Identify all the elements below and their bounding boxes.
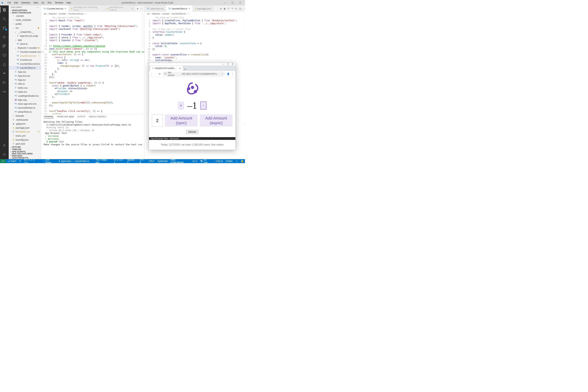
- file-counter-test-tsx[interactable]: TSCounter.test.tsx1: [9, 54, 41, 58]
- panel-tab-problems[interactable]: PROBLEMS111: [57, 116, 74, 118]
- activity-docker[interactable]: [0, 70, 9, 76]
- close-button[interactable]: ✕: [237, 2, 243, 4]
- activity-liveshare[interactable]: [0, 80, 9, 86]
- browser-forward-icon[interactable]: →: [155, 73, 157, 75]
- file-counter-module-css[interactable]: #Counter.module.css: [9, 50, 41, 54]
- add-sync-button[interactable]: Add Amount (sync): [165, 114, 198, 126]
- file-loadingindicator-tsx[interactable]: TSLoadingIndicator.tsx: [9, 94, 41, 98]
- file-tsconfig-json[interactable]: {}tsconfig.json: [9, 138, 41, 142]
- browser-minimize[interactable]: —: [222, 63, 224, 66]
- menu-selection[interactable]: Selection: [20, 1, 31, 5]
- status-spaces[interactable]: Spaces: 2: [126, 158, 138, 163]
- panel-tab-terminal[interactable]: TERMINAL: [44, 116, 54, 118]
- menu-view[interactable]: View: [32, 1, 39, 5]
- panel-tab-debug[interactable]: DEBUG CONSOLE: [89, 116, 106, 118]
- editor-tab[interactable]: TSunter.test.tsx: [144, 6, 166, 12]
- activity-explorer[interactable]: [0, 7, 9, 13]
- status-eol[interactable]: CRLF: [147, 160, 156, 162]
- status-golive[interactable]: 📡 Go Live: [199, 158, 213, 163]
- activity-search[interactable]: [0, 16, 9, 22]
- file-package-json[interactable]: {}package.json: [9, 126, 41, 130]
- file--gitignore[interactable]: ◈.gitignore: [9, 122, 41, 126]
- breadcrumb-segment[interactable]: counterSlice.ts: [172, 12, 186, 15]
- language-button[interactable]: German: [186, 130, 198, 134]
- folder-src[interactable]: ⌄src●: [9, 26, 41, 30]
- status-prettier[interactable]: Prettier: [224, 160, 234, 162]
- file-counterslice-test-ts[interactable]: TScounterSlice.test.ts: [9, 62, 41, 66]
- file-setuptests-ts[interactable]: TSsetupTests.ts: [9, 110, 41, 114]
- breadcrumb-segment[interactable]: src: [44, 12, 47, 15]
- activity-remote[interactable]: [0, 52, 9, 58]
- file-serviceworker-ts[interactable]: TSserviceWorker.ts: [9, 106, 41, 110]
- tab-action-icon[interactable]: ▯▯: [239, 7, 242, 10]
- folder-features-counter[interactable]: ⌄features \\ counter●: [9, 46, 41, 50]
- folder-app[interactable]: ⌄app: [9, 38, 41, 42]
- add-async-button[interactable]: Add Amount (async): [200, 114, 233, 126]
- menu-file[interactable]: File: [6, 1, 12, 5]
- browser-maximize[interactable]: ☐: [227, 63, 229, 66]
- minimap-left[interactable]: [141, 13, 144, 49]
- editor-tab[interactable]: {}package.json: [193, 6, 214, 12]
- file-readme-md[interactable]: ⓘREADME.mdM: [9, 130, 41, 134]
- star-icon[interactable]: ☆: [221, 73, 223, 75]
- status-sync[interactable]: ⟳: [18, 160, 22, 162]
- folder-testcafe[interactable]: ›testcafe: [9, 114, 41, 118]
- file-index-css[interactable]: #index.css: [9, 86, 41, 90]
- breadcrumb-segment[interactable]: counter: [162, 12, 169, 15]
- breadcrumb-segment[interactable]: counter: [59, 12, 66, 15]
- status-encoding[interactable]: UTF-8: [138, 158, 147, 163]
- menu-go[interactable]: Go: [40, 1, 46, 5]
- increment-button[interactable]: +: [178, 102, 184, 110]
- status-lang-mode[interactable]: ⊘ typescript | ✓ counterSlice.ts: [57, 160, 91, 162]
- activity-test[interactable]: [0, 62, 9, 67]
- editor-tab[interactable]: TScounterSlice.ts✕: [166, 6, 193, 12]
- editor-tab[interactable]: TSCounter.test.tsx✕: [41, 6, 69, 12]
- status-feedback-icon[interactable]: ☺: [234, 160, 239, 162]
- folder--vscode[interactable]: ›.vscode: [9, 14, 41, 18]
- menu-run[interactable]: Run: [46, 1, 53, 5]
- activity-scm[interactable]: 1: [0, 25, 9, 31]
- file-travis-yml[interactable]: !travis.yml: [9, 134, 41, 138]
- breadcrumb-segment[interactable]: ...: [188, 12, 190, 15]
- status-ts-version[interactable]: 4.1.2: [191, 160, 199, 162]
- status-bell-icon[interactable]: 🔔: [239, 160, 245, 162]
- file-i18n-ts[interactable]: TSi18n.ts: [9, 82, 41, 86]
- editor-tab[interactable]: {}package.json (Working Tree): [69, 6, 104, 12]
- breadcrumb-segment[interactable]: Counter.test.tsx: [68, 12, 83, 15]
- file-counterslice-ts[interactable]: TScounterSlice.ts: [9, 66, 41, 70]
- file-logo-svg[interactable]: ▧logo.svg: [9, 98, 41, 102]
- panel-tab-output[interactable]: OUTPUT: [77, 116, 85, 118]
- timeline-section[interactable]: ›TIMELINE: [9, 148, 41, 150]
- file-app-tsx[interactable]: TSApp.tsx: [9, 78, 41, 82]
- activity-aws[interactable]: aws: [0, 89, 9, 94]
- close-tab-icon[interactable]: ✕: [188, 7, 190, 10]
- browser-reload-icon[interactable]: ⟳: [159, 73, 161, 75]
- minimap-right[interactable]: [245, 13, 245, 34]
- breadcrumb-segment[interactable]: features: [49, 12, 57, 15]
- breadcrumb-right[interactable]: src›features›counter›counterSlice.ts›...: [144, 12, 245, 16]
- breadcrumb-segment[interactable]: features: [152, 12, 160, 15]
- status-problems[interactable]: ⊘ 0 ⚠ 1 ⓘ 110: [22, 158, 40, 163]
- tab-action-icon[interactable]: ⊙: [235, 7, 237, 10]
- tab-action-icon[interactable]: ⇄: [220, 7, 222, 10]
- workspace-section[interactable]: ⌄REACT-SHOWCASE: [9, 12, 41, 14]
- activity-run[interactable]: [0, 34, 9, 40]
- explorer-more-icon[interactable]: ⋯: [36, 6, 39, 9]
- status-branch[interactable]: ⎇ main*: [6, 160, 18, 162]
- editor-tab[interactable]: {}package.json (Index): [104, 6, 135, 12]
- browser-close[interactable]: ✕: [232, 63, 234, 66]
- status-eslint[interactable]: ✓ ESLint: [213, 160, 224, 162]
- file-store-ts[interactable]: TSstore.ts: [9, 42, 41, 46]
- activity-extensions[interactable]: [0, 43, 9, 49]
- open-editors-section[interactable]: ›OPEN EDITORS: [9, 9, 41, 12]
- browser-back-icon[interactable]: ←: [151, 73, 153, 75]
- file-react-app-env-d-ts[interactable]: TSreact-app-env.d.ts: [9, 102, 41, 106]
- tab-action-icon[interactable]: ◐: [224, 7, 226, 10]
- browser-menu-icon[interactable]: ⋮: [231, 73, 234, 75]
- tab-action-icon[interactable]: ↶: [228, 7, 230, 10]
- folder-public[interactable]: ›public: [9, 22, 41, 26]
- amount-input[interactable]: [152, 114, 163, 126]
- outline-section[interactable]: ›OUTLINE: [9, 146, 41, 148]
- terminal-output[interactable]: Watching the following files: C:\Users\o…: [41, 120, 144, 159]
- browser-address-bar[interactable]: ⓘ Not secure | 192.168.2.104:51712/hblQ9…: [162, 72, 225, 76]
